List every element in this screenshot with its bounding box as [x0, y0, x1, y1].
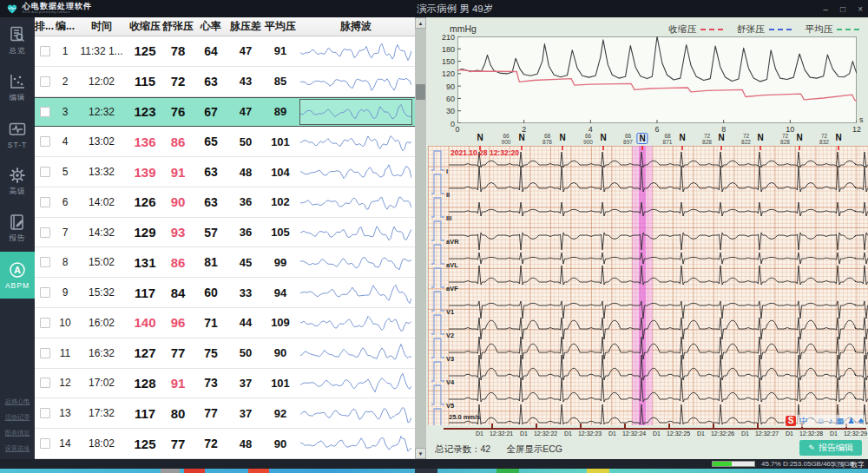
row-checkbox[interactable]	[40, 257, 50, 267]
table-row[interactable]: 1016:02140967144109	[35, 308, 415, 338]
sogou-logo-icon[interactable]: S	[786, 416, 796, 426]
scrollbar-thumb[interactable]	[416, 84, 425, 100]
minimize-button[interactable]: –	[824, 4, 829, 14]
row-checkbox[interactable]	[40, 318, 50, 328]
taskbar-app-icon[interactable]	[415, 469, 437, 473]
sidebar-item-abpm[interactable]: AABPM	[0, 252, 35, 299]
beat-label[interactable]: N	[636, 133, 648, 144]
table-row[interactable]: 714:32129935736105	[35, 218, 415, 248]
lead-label-I: I	[446, 168, 448, 175]
taskbar-app-icon[interactable]	[587, 469, 609, 473]
report-edit-button[interactable]: ✎ 报告编辑	[799, 440, 862, 456]
table-row[interactable]: 1317:3211780773792	[35, 398, 415, 429]
table-row[interactable]: 312:3212376674789	[35, 97, 415, 128]
table-row[interactable]: 212:0211572634385	[35, 67, 415, 97]
column-header[interactable]: 脉压差	[227, 19, 264, 34]
row-diastolic: 84	[161, 286, 194, 300]
row-time: 16:02	[75, 317, 128, 329]
column-header[interactable]: 脉搏波	[297, 19, 415, 34]
row-checkbox[interactable]	[40, 107, 50, 117]
ime-keyboard-icon[interactable]: ▦	[836, 416, 844, 426]
overview-icon	[8, 25, 27, 44]
taskbar-app-icon[interactable]	[161, 469, 180, 473]
row-heart-rate: 60	[194, 286, 227, 299]
column-header[interactable]: 心率	[194, 19, 227, 34]
lead-label-V1: V1	[446, 308, 454, 316]
ime-lang-toggle-icon[interactable]: 中	[799, 416, 808, 426]
beat-label[interactable]: N	[477, 133, 483, 142]
sidebar-link[interactable]: 活动记录	[5, 413, 30, 422]
column-header[interactable]: 时间	[75, 19, 128, 34]
row-checkbox[interactable]	[40, 378, 50, 388]
sidebar-item-编辑[interactable]: 编辑	[0, 64, 35, 111]
sidebar-item-高级[interactable]: 高级	[0, 158, 35, 205]
row-checkbox[interactable]	[40, 227, 50, 238]
sidebar-item-报告[interactable]: 报告	[0, 205, 35, 252]
beat-label[interactable]: N	[518, 133, 524, 142]
taskbar-app-icon[interactable]	[184, 469, 205, 473]
beat-label[interactable]: N	[679, 133, 685, 142]
maximize-button[interactable]: □	[840, 4, 845, 14]
row-checkbox[interactable]	[40, 76, 50, 87]
row-checkbox[interactable]	[40, 197, 50, 207]
scroll-down-button[interactable]: ▼	[415, 448, 426, 459]
column-header[interactable]: 舒张压	[161, 19, 194, 34]
sidebar-item-总览[interactable]: 总览	[0, 17, 35, 64]
sidebar-item-st-t[interactable]: ST-T	[0, 111, 35, 158]
close-button[interactable]: ×	[858, 4, 863, 14]
table-row[interactable]: 513:32139916348104	[35, 157, 415, 187]
table-row[interactable]: 1116:3212777755090	[35, 338, 415, 369]
table-row[interactable]: 1217:02128917337101	[35, 369, 415, 399]
ime-skin-icon[interactable]: ♟	[847, 416, 855, 426]
beat-label[interactable]: N	[796, 133, 802, 142]
table-row[interactable]: 614:02126906336102	[35, 187, 415, 218]
scroll-up-button[interactable]: ▲	[415, 17, 426, 29]
sidebar-link[interactable]: 图表信息	[5, 429, 30, 437]
sidebar-link[interactable]: 设置选项	[5, 444, 30, 453]
pulse-wave-sparkline	[300, 280, 411, 305]
beat-label[interactable]: N	[718, 133, 724, 142]
row-checkbox[interactable]	[40, 438, 50, 449]
table-row[interactable]: 915:3211784603394	[35, 278, 415, 308]
column-header[interactable]: 收缩压	[128, 19, 161, 34]
y-axis-tick: 60	[432, 95, 455, 103]
row-checkbox[interactable]	[40, 136, 50, 147]
report-icon	[8, 213, 27, 232]
column-header[interactable]: 排...	[35, 19, 56, 34]
ime-voice-icon[interactable]: ♪	[829, 416, 833, 426]
taskbar-app-icon[interactable]	[248, 469, 269, 473]
table-scrollbar[interactable]: ▲ ▼	[415, 17, 426, 459]
column-header[interactable]: 编...	[56, 19, 75, 34]
row-systolic: 126	[128, 194, 161, 209]
table-row[interactable]: 1418:0212577724890	[35, 429, 415, 459]
sidebar-link[interactable]: 起搏心电	[5, 397, 30, 406]
beat-label[interactable]: N	[559, 133, 565, 142]
row-systolic: 115	[128, 74, 161, 89]
system-status-bar: 45.7% D:253.05GB/465.76GB 大写 数字	[0, 459, 868, 469]
row-checkbox[interactable]	[40, 287, 50, 298]
taskbar-app-icon[interactable]	[496, 469, 519, 473]
edit-icon	[8, 72, 27, 91]
row-checkbox[interactable]	[40, 46, 50, 56]
table-row[interactable]: 111:32 1...12578644791	[35, 36, 415, 67]
row-checkbox[interactable]	[40, 167, 50, 177]
beat-label[interactable]: N	[835, 133, 841, 142]
beat-label[interactable]: N	[757, 133, 763, 142]
ime-toolbox-icon[interactable]: ♣	[858, 416, 864, 426]
row-pulse-pressure: 50	[227, 346, 264, 359]
stt-icon	[8, 120, 27, 139]
ime-punctuation-icon[interactable]: ’	[812, 416, 813, 426]
row-systolic: 139	[128, 165, 161, 180]
row-checkbox[interactable]	[40, 348, 50, 358]
ecg-grid[interactable]: 2021.10.28 12:32:20 IIIIIIaVRaVLaVFV1V2V…	[428, 146, 868, 425]
row-checkbox[interactable]	[40, 408, 50, 418]
table-row[interactable]: 815:0213186814599	[35, 247, 415, 278]
column-header[interactable]: 平均压	[264, 19, 297, 34]
row-diastolic: 76	[161, 104, 194, 119]
beat-label[interactable]: N	[600, 133, 606, 142]
row-mean-pressure: 101	[264, 377, 297, 390]
table-row[interactable]: 413:02136866550101	[35, 127, 415, 157]
app-logo: 心电数据处理软件 ECG data processing software	[0, 2, 92, 16]
ime-emoji-icon[interactable]: ☺	[817, 416, 825, 426]
row-time: 14:32	[75, 227, 128, 239]
